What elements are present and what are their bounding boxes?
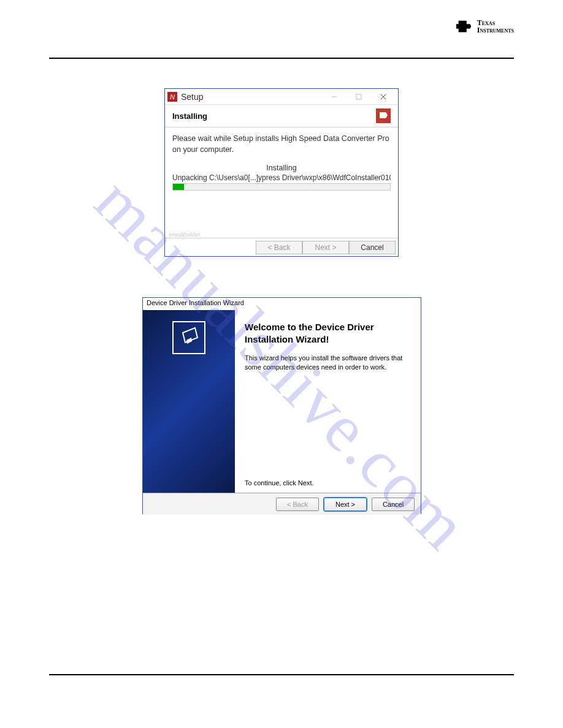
- wizard-heading: Welcome to the Device Driver Installatio…: [245, 321, 411, 345]
- driver-wizard-title: Device Driver Installation Wizard: [143, 298, 421, 310]
- wizard-continue-text: To continue, click Next.: [245, 479, 314, 487]
- wizard-sidebar-icon: [172, 321, 205, 354]
- setup-titlebar: N Setup: [165, 89, 398, 105]
- maximize-button[interactable]: [347, 89, 371, 104]
- logo-line2: Instruments: [477, 26, 514, 34]
- setup-status-path: Unpacking C:\Users\a0[...]ypress Driver\…: [172, 173, 391, 182]
- setup-header-title: Installing: [172, 112, 207, 121]
- driver-wizard-dialog: Device Driver Installation Wizard Welcom…: [142, 297, 421, 514]
- setup-dialog: N Setup Installing Please wait while Set…: [164, 88, 399, 257]
- setup-title: Setup: [181, 92, 204, 102]
- maximize-icon: [356, 94, 362, 100]
- floppy-icon: [177, 325, 201, 350]
- svg-marker-5: [186, 338, 192, 344]
- setup-status-title: Installing: [172, 164, 391, 172]
- ti-logo: Texas Instruments: [455, 17, 514, 36]
- next-button[interactable]: Next >: [302, 241, 349, 254]
- wizard-cancel-button[interactable]: Cancel: [372, 498, 415, 511]
- wizard-sidebar: [143, 310, 235, 493]
- setup-progress-bar: [172, 183, 391, 191]
- close-button[interactable]: [371, 89, 396, 104]
- installer-brand: InstallBuilder: [169, 232, 201, 238]
- top-rule: [49, 58, 514, 59]
- cancel-button[interactable]: Cancel: [349, 241, 396, 254]
- setup-header-icon: [376, 108, 391, 123]
- svg-rect-1: [356, 94, 361, 99]
- minimize-button[interactable]: [322, 89, 347, 104]
- ti-chip-icon: [455, 17, 473, 36]
- setup-button-row: < Back Next > Cancel: [165, 238, 398, 256]
- wizard-back-button[interactable]: < Back: [276, 498, 319, 511]
- setup-progress-fill: [173, 184, 184, 190]
- setup-header: Installing: [165, 105, 398, 127]
- setup-message: Please wait while Setup installs High Sp…: [172, 134, 391, 155]
- setup-app-icon: N: [167, 92, 177, 102]
- bottom-rule: [49, 674, 514, 675]
- wizard-text: This wizard helps you install the softwa…: [245, 354, 411, 373]
- wizard-next-button[interactable]: Next >: [324, 498, 367, 511]
- back-button[interactable]: < Back: [256, 241, 302, 254]
- wizard-button-row: < Back Next > Cancel: [143, 493, 421, 515]
- close-icon: [380, 94, 386, 100]
- minimize-icon: [331, 94, 337, 100]
